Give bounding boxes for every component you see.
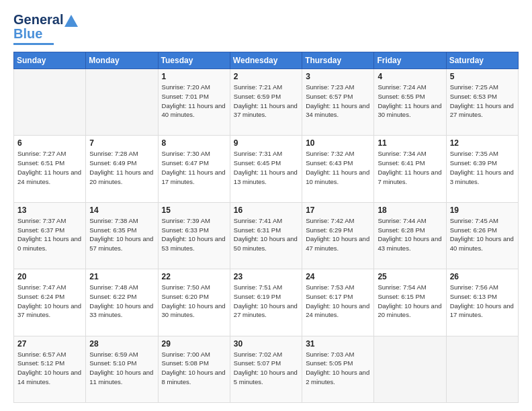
calendar-cell: 30Sunrise: 7:02 AMSunset: 5:07 PMDayligh…: [230, 336, 302, 402]
day-number: 6: [17, 138, 82, 148]
day-number: 12: [450, 138, 515, 148]
day-info: Sunrise: 7:23 AMSunset: 6:57 PMDaylight:…: [306, 83, 370, 120]
calendar-cell: 18Sunrise: 7:44 AMSunset: 6:28 PMDayligh…: [374, 202, 446, 269]
day-number: 3: [306, 72, 370, 81]
weekday-header-saturday: Saturday: [446, 52, 518, 69]
calendar-header-row: SundayMondayTuesdayWednesdayThursdayFrid…: [14, 52, 519, 69]
day-info: Sunrise: 7:28 AMSunset: 6:49 PMDaylight:…: [89, 149, 154, 186]
calendar-cell: 20Sunrise: 7:47 AMSunset: 6:24 PMDayligh…: [14, 269, 86, 336]
day-number: 27: [17, 339, 82, 349]
day-info: Sunrise: 7:44 AMSunset: 6:28 PMDaylight:…: [378, 216, 442, 253]
calendar-cell: 14Sunrise: 7:38 AMSunset: 6:35 PMDayligh…: [86, 202, 158, 269]
calendar-cell: [14, 69, 86, 136]
calendar-cell: 5Sunrise: 7:25 AMSunset: 6:53 PMDaylight…: [446, 69, 518, 136]
calendar-cell: 23Sunrise: 7:51 AMSunset: 6:19 PMDayligh…: [230, 269, 302, 336]
logo: General Blue: [13, 12, 78, 45]
day-number: 21: [89, 272, 154, 281]
day-info: Sunrise: 7:41 AMSunset: 6:31 PMDaylight:…: [234, 216, 298, 253]
calendar-cell: 28Sunrise: 6:59 AMSunset: 5:10 PMDayligh…: [86, 336, 158, 402]
day-info: Sunrise: 7:30 AMSunset: 6:47 PMDaylight:…: [162, 149, 226, 186]
calendar-cell: [86, 69, 158, 136]
day-number: 23: [234, 272, 298, 281]
calendar-week-3: 13Sunrise: 7:37 AMSunset: 6:37 PMDayligh…: [14, 202, 519, 269]
calendar-cell: 25Sunrise: 7:54 AMSunset: 6:15 PMDayligh…: [374, 269, 446, 336]
calendar-cell: 17Sunrise: 7:42 AMSunset: 6:29 PMDayligh…: [302, 202, 374, 269]
day-number: 9: [234, 138, 298, 148]
calendar-cell: 31Sunrise: 7:03 AMSunset: 5:05 PMDayligh…: [302, 336, 374, 402]
day-info: Sunrise: 7:42 AMSunset: 6:29 PMDaylight:…: [306, 216, 370, 253]
day-info: Sunrise: 7:47 AMSunset: 6:24 PMDaylight:…: [17, 283, 82, 320]
day-info: Sunrise: 7:03 AMSunset: 5:05 PMDaylight:…: [306, 350, 370, 387]
day-info: Sunrise: 7:24 AMSunset: 6:55 PMDaylight:…: [378, 83, 442, 120]
day-info: Sunrise: 6:57 AMSunset: 5:12 PMDaylight:…: [17, 350, 82, 387]
day-info: Sunrise: 7:00 AMSunset: 5:08 PMDaylight:…: [162, 350, 226, 387]
calendar-cell: 6Sunrise: 7:27 AMSunset: 6:51 PMDaylight…: [14, 136, 86, 202]
weekday-header-friday: Friday: [374, 52, 446, 69]
calendar-cell: 15Sunrise: 7:39 AMSunset: 6:33 PMDayligh…: [158, 202, 230, 269]
day-info: Sunrise: 7:50 AMSunset: 6:20 PMDaylight:…: [162, 283, 226, 320]
day-info: Sunrise: 7:56 AMSunset: 6:13 PMDaylight:…: [450, 283, 515, 320]
weekday-header-thursday: Thursday: [302, 52, 374, 69]
day-info: Sunrise: 7:35 AMSunset: 6:39 PMDaylight:…: [450, 149, 515, 186]
day-number: 16: [234, 205, 298, 215]
day-number: 30: [234, 339, 298, 349]
day-info: Sunrise: 7:02 AMSunset: 5:07 PMDaylight:…: [234, 350, 298, 387]
calendar-cell: 4Sunrise: 7:24 AMSunset: 6:55 PMDaylight…: [374, 69, 446, 136]
day-number: 1: [162, 72, 226, 81]
weekday-header-sunday: Sunday: [14, 52, 86, 69]
calendar-table: SundayMondayTuesdayWednesdayThursdayFrid…: [13, 52, 519, 403]
day-number: 4: [378, 72, 442, 81]
day-number: 20: [17, 272, 82, 281]
header: General Blue: [13, 12, 519, 45]
calendar-cell: 29Sunrise: 7:00 AMSunset: 5:08 PMDayligh…: [158, 336, 230, 402]
calendar-cell: 2Sunrise: 7:21 AMSunset: 6:59 PMDaylight…: [230, 69, 302, 136]
day-info: Sunrise: 7:38 AMSunset: 6:35 PMDaylight:…: [89, 216, 154, 253]
calendar-cell: 7Sunrise: 7:28 AMSunset: 6:49 PMDaylight…: [86, 136, 158, 202]
day-number: 31: [306, 339, 370, 349]
day-number: 29: [162, 339, 226, 349]
day-number: 26: [450, 272, 515, 281]
calendar-week-1: 1Sunrise: 7:20 AMSunset: 7:01 PMDaylight…: [14, 69, 519, 136]
calendar-week-2: 6Sunrise: 7:27 AMSunset: 6:51 PMDaylight…: [14, 136, 519, 202]
day-info: Sunrise: 7:31 AMSunset: 6:45 PMDaylight:…: [234, 149, 298, 186]
calendar-cell: 16Sunrise: 7:41 AMSunset: 6:31 PMDayligh…: [230, 202, 302, 269]
day-info: Sunrise: 7:37 AMSunset: 6:37 PMDaylight:…: [17, 216, 82, 253]
day-number: 11: [378, 138, 442, 148]
day-number: 28: [89, 339, 154, 349]
logo-triangle: [64, 15, 78, 27]
calendar-cell: 24Sunrise: 7:53 AMSunset: 6:17 PMDayligh…: [302, 269, 374, 336]
day-info: Sunrise: 7:25 AMSunset: 6:53 PMDaylight:…: [450, 83, 515, 120]
calendar-cell: 8Sunrise: 7:30 AMSunset: 6:47 PMDaylight…: [158, 136, 230, 202]
logo-blue-text: Blue: [13, 26, 42, 41]
day-number: 8: [162, 138, 226, 148]
day-number: 17: [306, 205, 370, 215]
calendar-cell: 27Sunrise: 6:57 AMSunset: 5:12 PMDayligh…: [14, 336, 86, 402]
calendar-cell: 3Sunrise: 7:23 AMSunset: 6:57 PMDaylight…: [302, 69, 374, 136]
day-info: Sunrise: 7:45 AMSunset: 6:26 PMDaylight:…: [450, 216, 515, 253]
day-number: 10: [306, 138, 370, 148]
calendar-cell: 19Sunrise: 7:45 AMSunset: 6:26 PMDayligh…: [446, 202, 518, 269]
day-number: 18: [378, 205, 442, 215]
calendar-cell: 12Sunrise: 7:35 AMSunset: 6:39 PMDayligh…: [446, 136, 518, 202]
weekday-header-wednesday: Wednesday: [230, 52, 302, 69]
day-number: 13: [17, 205, 82, 215]
calendar-cell: 9Sunrise: 7:31 AMSunset: 6:45 PMDaylight…: [230, 136, 302, 202]
day-number: 19: [450, 205, 515, 215]
logo-underline: [13, 43, 54, 45]
calendar-week-4: 20Sunrise: 7:47 AMSunset: 6:24 PMDayligh…: [14, 269, 519, 336]
day-number: 5: [450, 72, 515, 81]
day-number: 2: [234, 72, 298, 81]
day-info: Sunrise: 7:39 AMSunset: 6:33 PMDaylight:…: [162, 216, 226, 253]
day-number: 7: [89, 138, 154, 148]
calendar-cell: 1Sunrise: 7:20 AMSunset: 7:01 PMDaylight…: [158, 69, 230, 136]
calendar-cell: 11Sunrise: 7:34 AMSunset: 6:41 PMDayligh…: [374, 136, 446, 202]
day-info: Sunrise: 7:20 AMSunset: 7:01 PMDaylight:…: [162, 83, 226, 120]
day-info: Sunrise: 7:34 AMSunset: 6:41 PMDaylight:…: [378, 149, 442, 186]
day-info: Sunrise: 7:51 AMSunset: 6:19 PMDaylight:…: [234, 283, 298, 320]
day-info: Sunrise: 7:27 AMSunset: 6:51 PMDaylight:…: [17, 149, 82, 186]
day-info: Sunrise: 7:54 AMSunset: 6:15 PMDaylight:…: [378, 283, 442, 320]
weekday-header-monday: Monday: [86, 52, 158, 69]
day-info: Sunrise: 7:21 AMSunset: 6:59 PMDaylight:…: [234, 83, 298, 120]
calendar-cell: 13Sunrise: 7:37 AMSunset: 6:37 PMDayligh…: [14, 202, 86, 269]
calendar-cell: 26Sunrise: 7:56 AMSunset: 6:13 PMDayligh…: [446, 269, 518, 336]
